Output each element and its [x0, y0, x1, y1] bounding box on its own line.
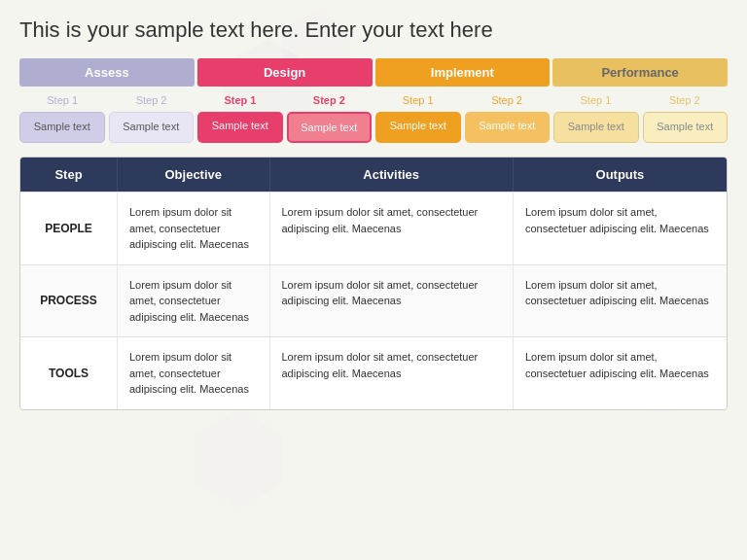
row-2-outputs: Lorem ipsum dolor sit amet, consectetuer… [514, 337, 727, 409]
step-label-4[interactable]: Step 1 [375, 92, 461, 108]
card-row: Sample text Sample text Sample text Samp… [19, 112, 728, 143]
row-2-objective: Lorem ipsum dolor sit amet, consectetuer… [118, 337, 270, 409]
step-labels-row: Step 1 Step 2 Step 1 Step 2 Step 1 Step … [19, 92, 728, 108]
row-2-step: TOOLS [20, 337, 118, 409]
col-header-activities: Activities [270, 158, 514, 192]
card-7[interactable]: Sample text [643, 112, 729, 143]
row-0-outputs: Lorem ipsum dolor sit amet, consectetuer… [514, 192, 727, 264]
card-5[interactable]: Sample text [465, 112, 551, 143]
card-4[interactable]: Sample text [375, 112, 461, 143]
row-1-outputs: Lorem ipsum dolor sit amet, consectetuer… [514, 265, 727, 337]
step-label-6[interactable]: Step 1 [552, 92, 638, 108]
step-label-1[interactable]: Step 2 [108, 92, 194, 108]
row-1-activities: Lorem ipsum dolor sit amet, consectetuer… [270, 265, 514, 337]
row-1-step: PROCESS [20, 265, 118, 337]
step-label-0[interactable]: Step 1 [19, 92, 105, 108]
row-0-step: PEOPLE [20, 192, 118, 264]
table-header-row: Step Objective Activities Outputs [20, 158, 727, 192]
step-label-3[interactable]: Step 2 [286, 92, 372, 108]
phase-design: Design [197, 58, 373, 87]
data-table: Step Objective Activities Outputs PEOPLE… [19, 157, 728, 410]
phase-header-row: Assess Design Implement Performance [19, 58, 728, 87]
step-label-2[interactable]: Step 1 [197, 92, 283, 108]
col-header-step: Step [20, 158, 118, 192]
table-row: PROCESS Lorem ipsum dolor sit amet, cons… [20, 264, 727, 337]
row-2-activities: Lorem ipsum dolor sit amet, consectetuer… [270, 337, 514, 409]
card-0[interactable]: Sample text [19, 112, 105, 143]
row-0-objective: Lorem ipsum dolor sit amet, consectetuer… [118, 192, 270, 264]
step-label-7[interactable]: Step 2 [642, 92, 728, 108]
card-6[interactable]: Sample text [553, 112, 639, 143]
card-1[interactable]: Sample text [109, 112, 195, 143]
card-3[interactable]: Sample text [287, 112, 373, 143]
row-1-objective: Lorem ipsum dolor sit amet, consectetuer… [118, 265, 270, 337]
phase-implement: Implement [375, 58, 551, 87]
step-label-5[interactable]: Step 2 [464, 92, 550, 108]
card-2[interactable]: Sample text [197, 112, 283, 143]
phase-performance: Performance [552, 58, 728, 87]
table-row: TOOLS Lorem ipsum dolor sit amet, consec… [20, 336, 727, 409]
table-row: PEOPLE Lorem ipsum dolor sit amet, conse… [20, 192, 727, 264]
page-title: This is your sample text here. Enter you… [19, 18, 728, 43]
phase-assess: Assess [19, 58, 195, 87]
row-0-activities: Lorem ipsum dolor sit amet, consectetuer… [270, 192, 514, 264]
col-header-objective: Objective [118, 158, 270, 192]
col-header-outputs: Outputs [514, 158, 727, 192]
